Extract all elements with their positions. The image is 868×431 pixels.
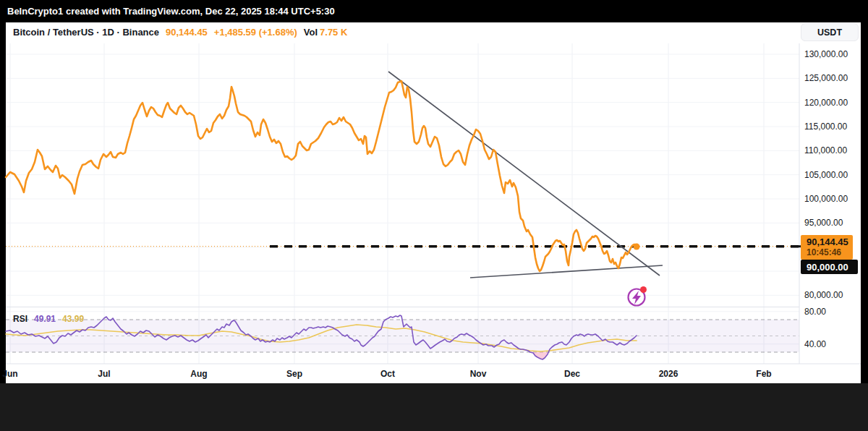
rsi-legend: RSI 49.91 43.99 xyxy=(13,314,84,324)
price-axis-label: 115,000.00 xyxy=(804,121,847,132)
volume-label: Vol xyxy=(304,27,318,38)
symbol-title[interactable]: Bitcoin / TetherUS · 1D · Binance xyxy=(13,27,159,38)
rsi-ma-value: 43.99 xyxy=(62,314,84,324)
time-axis-label: Aug xyxy=(190,369,207,379)
time-axis-label: Oct xyxy=(380,369,395,379)
notification-dot xyxy=(640,286,647,293)
rsi-indicator-label[interactable]: RSI xyxy=(13,314,27,324)
screenshot-root: BeInCrypto1 created with TradingView.com… xyxy=(0,0,868,431)
time-axis-label: Feb xyxy=(756,369,771,379)
time-axis-label: Sep xyxy=(286,369,302,379)
last-price: 90,144.45 xyxy=(166,27,208,38)
price-chart-canvas[interactable] xyxy=(0,0,868,431)
time-axis-label: Jun xyxy=(2,369,17,379)
price-axis-label: 120,000.00 xyxy=(804,98,848,108)
level-price-badge: 90,000.00 xyxy=(801,260,858,274)
price-axis-label: 105,000.00 xyxy=(804,170,848,180)
price-axis-label: 125,000.00 xyxy=(804,73,848,83)
rsi-value: 49.91 xyxy=(34,314,56,324)
price-axis-label: 100,000.00 xyxy=(804,194,848,204)
time-axis-label: Dec xyxy=(564,369,580,379)
chart-header: Bitcoin / TetherUS · 1D · Binance 90,144… xyxy=(13,27,347,38)
volume-value: 7.75 K xyxy=(320,27,347,38)
currency-toggle-button[interactable]: USDT xyxy=(801,23,859,41)
price-axis-label: 95,000.00 xyxy=(804,218,843,228)
rsi-axis-label: 40.00 xyxy=(804,339,826,349)
bar-countdown: 10:45:46 xyxy=(807,247,853,257)
price-change: +1,485.59 (+1.68%) xyxy=(214,27,297,38)
last-price-dot xyxy=(634,244,640,250)
current-price-badge: 90,144.45 10:45:46 xyxy=(801,235,853,260)
rsi-band-fill xyxy=(6,320,799,352)
price-line xyxy=(6,81,637,271)
price-axis-label: 130,000.00 xyxy=(804,49,848,59)
price-axis-label: 80,000.00 xyxy=(804,290,843,300)
rsi-axis-label: 80.00 xyxy=(804,307,826,317)
price-axis-label: 110,000.00 xyxy=(804,145,847,155)
time-axis-label: 2026 xyxy=(659,369,678,379)
time-axis-label: Jul xyxy=(98,369,110,379)
time-axis-label: Nov xyxy=(470,369,487,379)
footer-bar: TradingView seekingmillionaireapp.com xyxy=(0,383,868,431)
current-price-value: 90,144.45 xyxy=(807,236,853,247)
